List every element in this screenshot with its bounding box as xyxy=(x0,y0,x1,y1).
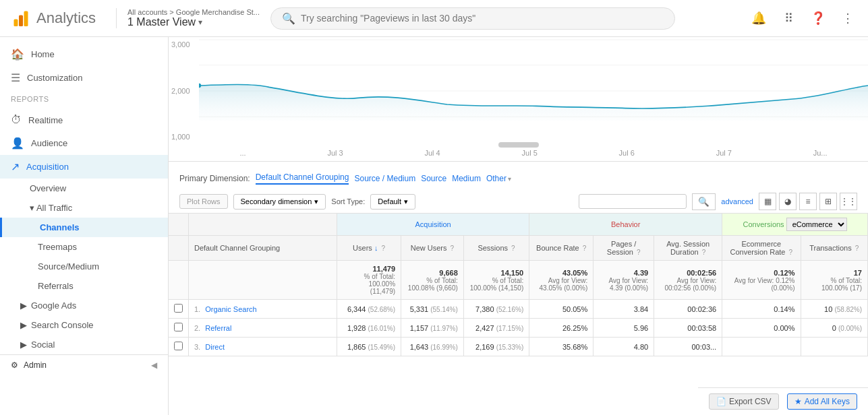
settings-bar[interactable]: ⚙ Admin ◀ xyxy=(0,354,168,375)
th-avg-session[interactable]: Avg. Session Duration ? xyxy=(654,236,722,261)
logo-area: Analytics xyxy=(11,8,105,28)
sidebar-item-audience[interactable]: 👤 Audience xyxy=(0,131,168,155)
x-label-dots: ... xyxy=(239,149,245,157)
th-new-users[interactable]: New Users ? xyxy=(401,236,464,261)
table-search-input[interactable] xyxy=(579,194,687,209)
add-all-keys-button[interactable]: ★ Add All Keys xyxy=(787,393,857,410)
sidebar-item-all-traffic[interactable]: ▾ All Traffic xyxy=(0,198,168,218)
sidebar-item-acquisition[interactable]: ↗ Acquisition xyxy=(0,155,168,179)
sort-type-label: Sort Type: xyxy=(331,197,365,205)
dim-other-dropdown[interactable]: Other ▾ xyxy=(486,174,511,183)
sidebar-item-overview[interactable]: Overview xyxy=(0,179,168,198)
view-pie-icon[interactable]: ◕ xyxy=(779,193,797,210)
th-pages-session[interactable]: Pages / Session ? xyxy=(594,236,654,261)
chart-scrollbar-thumb[interactable] xyxy=(498,142,539,148)
view-grid-icon[interactable]: ▦ xyxy=(759,193,776,210)
export-csv-button[interactable]: 📄 Export CSV xyxy=(709,393,779,410)
chart-svg xyxy=(199,37,868,121)
row2-ecommerce-rate: 0.00% xyxy=(722,319,801,338)
row2-channel-link[interactable]: Referral xyxy=(205,324,231,332)
sidebar-item-source-medium[interactable]: Source/Medium xyxy=(0,257,168,276)
dim-source[interactable]: Source xyxy=(421,174,446,183)
search-bar[interactable]: 🔍 xyxy=(270,7,675,30)
th-bounce-rate[interactable]: Bounce Rate ? xyxy=(529,236,594,261)
secondary-dimension-dropdown[interactable]: Secondary dimension ▾ xyxy=(233,194,326,210)
row3-bounce-rate: 35.68% xyxy=(529,338,594,356)
dim-default-channel[interactable]: Default Channel Grouping xyxy=(256,172,349,185)
totals-new-users: 9,668 % of Total: 100.08% (9,660) xyxy=(401,261,464,300)
help-icon[interactable]: ❓ xyxy=(809,9,828,28)
export-bar: 📄 Export CSV ★ Add All Keys xyxy=(698,387,868,415)
avg-session-help-icon[interactable]: ? xyxy=(702,249,706,256)
x-label-ju: Ju... xyxy=(813,149,828,157)
th-sessions[interactable]: Sessions ? xyxy=(463,236,529,261)
chevron-down-icon: ▾ xyxy=(198,18,202,27)
row3-checkbox[interactable] xyxy=(174,342,183,350)
conversions-select[interactable]: eCommerce xyxy=(786,218,847,231)
row1-pages-session: 3.84 xyxy=(594,300,654,319)
sidebar-item-home[interactable]: 🏠 Home xyxy=(0,42,168,66)
sidebar-item-customization[interactable]: ☰ Customization xyxy=(0,66,168,90)
sessions-help-icon[interactable]: ? xyxy=(511,245,515,252)
table-col-headers: Default Channel Grouping Users ↓ ? New U… xyxy=(169,236,868,261)
row2-checkbox[interactable] xyxy=(174,323,183,331)
menu-icon[interactable]: ⋮ xyxy=(838,9,857,28)
th-users[interactable]: Users ↓ ? xyxy=(337,236,401,261)
row3-channel-link[interactable]: Direct xyxy=(205,343,225,351)
y-label-2000: 2,000 xyxy=(171,87,196,95)
x-label-jul5: Jul 5 xyxy=(522,149,538,157)
sidebar-item-social[interactable]: ▶ Social xyxy=(0,335,168,354)
table-search-button[interactable]: 🔍 xyxy=(692,193,716,210)
dim-medium[interactable]: Medium xyxy=(452,174,481,183)
collapse-sidebar-icon[interactable]: ◀ xyxy=(151,360,157,370)
plot-rows-button[interactable]: Plot Rows xyxy=(179,194,228,209)
sidebar-item-google-ads[interactable]: ▶ Google Ads xyxy=(0,296,168,315)
th-channel: Default Channel Grouping xyxy=(189,236,337,261)
pages-session-help-icon[interactable]: ? xyxy=(637,249,641,256)
x-label-jul4: Jul 4 xyxy=(424,149,440,157)
table-row: 3. Direct 1,865 (15.49%) 1,643 (16.99%) xyxy=(169,338,868,356)
row1-channel-link[interactable]: Organic Search xyxy=(205,305,256,313)
sidebar-overview-label: Overview xyxy=(30,183,66,193)
row1-transactions: 10 (58.82%) xyxy=(801,300,868,319)
users-help-icon[interactable]: ? xyxy=(381,245,385,252)
secondary-dim-chevron-icon: ▾ xyxy=(314,197,318,206)
y-label-3000: 3,000 xyxy=(171,40,196,49)
sidebar-item-realtime[interactable]: ⏱ Realtime xyxy=(0,108,168,131)
dim-source-medium[interactable]: Source / Medium xyxy=(354,174,415,183)
sidebar-item-referrals[interactable]: Referrals xyxy=(0,276,168,296)
dim-other[interactable]: Other xyxy=(486,174,507,183)
customization-icon: ☰ xyxy=(11,71,20,84)
row3-avg-session: 00:03... xyxy=(654,338,722,356)
totals-transactions: 17 % of Total: 100.00% (17) xyxy=(801,261,868,300)
sidebar-item-search-console[interactable]: ▶ Search Console xyxy=(0,315,168,335)
view-list-icon[interactable]: ≡ xyxy=(799,193,817,210)
svg-rect-2 xyxy=(24,11,28,27)
acquisition-icon: ↗ xyxy=(11,160,20,173)
behavior-header: Behavior xyxy=(529,214,722,236)
sidebar-item-treemaps[interactable]: Treemaps xyxy=(0,237,168,257)
advanced-link[interactable]: advanced xyxy=(721,197,753,205)
table-area: Primary Dimension: Default Channel Group… xyxy=(169,162,868,415)
search-input[interactable] xyxy=(301,13,664,24)
view-pivot-icon[interactable]: ⊞ xyxy=(819,193,837,210)
row1-ecommerce-rate: 0.14% xyxy=(722,300,801,319)
sidebar-item-channels[interactable]: Channels xyxy=(0,218,168,237)
new-users-help-icon[interactable]: ? xyxy=(451,245,455,252)
ecommerce-rate-help-icon[interactable]: ? xyxy=(789,249,793,256)
view-custom-icon[interactable]: ⋮⋮ xyxy=(840,193,857,210)
breadcrumb-main[interactable]: 1 Master View ▾ xyxy=(127,16,260,28)
row1-checkbox[interactable] xyxy=(174,304,183,313)
th-ecommerce-rate[interactable]: Ecommerce Conversion Rate ? xyxy=(722,236,801,261)
totals-label xyxy=(189,261,337,300)
bounce-rate-help-icon[interactable]: ? xyxy=(583,245,587,252)
th-transactions[interactable]: Transactions ? xyxy=(801,236,868,261)
expand-icon-search-console: ▶ xyxy=(20,320,27,330)
row2-sessions: 2,427 (17.15%) xyxy=(463,319,529,338)
chart-container: 3,000 2,000 1,000 xyxy=(169,37,868,162)
toolbar-bar: Plot Rows Secondary dimension ▾ Sort Typ… xyxy=(169,190,868,213)
sort-default-dropdown[interactable]: Default ▾ xyxy=(370,194,415,210)
notifications-icon[interactable]: 🔔 xyxy=(749,9,768,28)
apps-icon[interactable]: ⠿ xyxy=(779,9,798,28)
transactions-help-icon[interactable]: ? xyxy=(855,245,859,252)
